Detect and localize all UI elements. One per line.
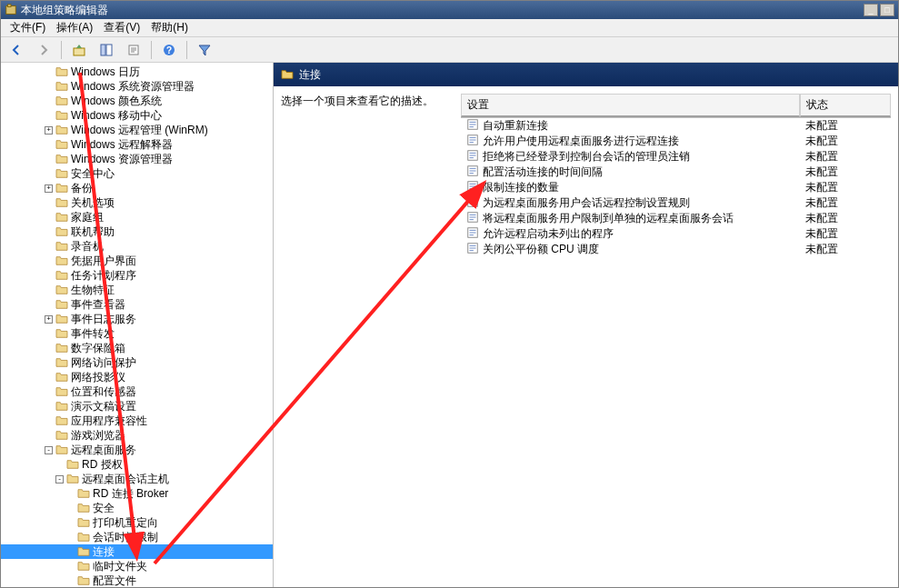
tree-node[interactable]: 临时文件夹 (1, 559, 273, 573)
expander-icon[interactable]: + (45, 184, 53, 193)
tree-node[interactable]: 生物特征 (1, 283, 273, 297)
menu-action[interactable]: 操作(A) (51, 18, 98, 37)
expander-icon[interactable]: - (55, 475, 64, 483)
tree-node[interactable]: 事件转发 (1, 326, 273, 341)
minimize-button[interactable]: _ (864, 4, 878, 16)
forward-button[interactable] (34, 40, 54, 60)
help-button[interactable]: ? (159, 40, 179, 60)
setting-row[interactable]: 关闭公平份额 CPU 调度未配置 (461, 242, 891, 257)
content-area: Windows 日历Windows 系统资源管理器Windows 颜色系统Win… (1, 63, 898, 587)
tree-node[interactable]: Windows 颜色系统 (1, 94, 273, 108)
tree-label: 会话时间限制 (93, 530, 158, 545)
toolbar-separator (61, 41, 62, 59)
tree-node[interactable]: 会话时间限制 (1, 530, 273, 544)
tree-label: 数字保险箱 (71, 341, 125, 356)
setting-row[interactable]: 允许远程启动未列出的程序未配置 (461, 226, 891, 242)
setting-state: 未配置 (800, 180, 891, 195)
tree-node[interactable]: RD 授权 (1, 457, 273, 472)
tree-label: Windows 远程解释器 (71, 137, 173, 153)
tree-node[interactable]: 配置文件 (1, 573, 273, 587)
tree-node[interactable]: 任务计划程序 (1, 268, 273, 283)
setting-name: 允许远程启动未列出的程序 (483, 226, 614, 242)
tree-node[interactable]: 位置和传感器 (1, 384, 273, 399)
tree-node[interactable]: 数字保险箱 (1, 341, 273, 355)
setting-row[interactable]: 允许用户使用远程桌面服务进行远程连接未配置 (461, 134, 891, 149)
tree-node[interactable]: -远程桌面会话主机 (1, 472, 273, 486)
setting-state: 未配置 (800, 118, 891, 134)
maximize-button[interactable]: □ (880, 4, 894, 16)
setting-name: 关闭公平份额 CPU 调度 (483, 242, 599, 257)
back-button[interactable] (6, 40, 26, 60)
setting-state: 未配置 (800, 164, 891, 180)
description-panel: 选择一个项目来查看它的描述。 (281, 94, 454, 580)
tree-label: RD 授权 (82, 457, 123, 473)
column-setting[interactable]: 设置 (461, 94, 800, 117)
tree-node[interactable]: 凭据用户界面 (1, 254, 273, 268)
setting-row[interactable]: 配置活动连接的时间间隔未配置 (461, 164, 891, 180)
tree-node[interactable]: 网络访问保护 (1, 355, 273, 370)
tree-node[interactable]: 游戏浏览器 (1, 428, 273, 443)
tree-node[interactable]: Windows 移动中心 (1, 108, 273, 123)
tree-node[interactable]: 安全中心 (1, 166, 273, 181)
tree-label: 联机帮助 (71, 224, 115, 240)
tree-label: Windows 资源管理器 (71, 152, 173, 167)
tree-node[interactable]: +备份 (1, 181, 273, 195)
tree-node[interactable]: 应用程序兼容性 (1, 414, 273, 428)
tree-node[interactable]: 关机选项 (1, 195, 273, 210)
tree-node[interactable]: 安全 (1, 501, 273, 515)
tree-label: 打印机重定向 (93, 515, 158, 531)
export-button[interactable] (124, 40, 144, 60)
svg-text:?: ? (166, 45, 172, 55)
setting-row[interactable]: 自动重新连接未配置 (461, 118, 891, 134)
tree-label: Windows 颜色系统 (71, 94, 162, 109)
setting-row[interactable]: 将远程桌面服务用户限制到单独的远程桌面服务会话未配置 (461, 211, 891, 226)
column-state[interactable]: 状态 (800, 94, 891, 117)
tree-node[interactable]: 事件查看器 (1, 297, 273, 312)
tree-node[interactable]: +Windows 远程管理 (WinRM) (1, 123, 273, 137)
tree-label: 安全中心 (71, 166, 115, 182)
show-hide-tree-button[interactable] (96, 40, 116, 60)
filter-button[interactable] (195, 40, 215, 60)
setting-icon (466, 149, 479, 164)
tree-node[interactable]: 网络投影仪 (1, 370, 273, 384)
tree-label: Windows 远程管理 (WinRM) (71, 123, 208, 138)
tree-node[interactable]: RD 连接 Broker (1, 486, 273, 501)
tree-label: 关机选项 (71, 195, 115, 211)
up-button[interactable] (69, 40, 89, 60)
setting-icon (466, 242, 479, 257)
tree-label: 远程桌面会话主机 (82, 472, 169, 487)
tree-node[interactable]: 打印机重定向 (1, 515, 273, 530)
setting-row[interactable]: 为远程桌面服务用户会话远程控制设置规则未配置 (461, 195, 891, 211)
tree-node[interactable]: 连接 (1, 544, 273, 559)
menu-help[interactable]: 帮助(H) (145, 18, 194, 37)
expander-icon[interactable]: + (45, 126, 53, 135)
menubar: 文件(F) 操作(A) 查看(V) 帮助(H) (1, 19, 898, 37)
menu-file[interactable]: 文件(F) (5, 18, 51, 37)
tree-node[interactable]: Windows 远程解释器 (1, 137, 273, 152)
setting-name: 限制连接的数量 (483, 180, 559, 195)
menu-view[interactable]: 查看(V) (98, 18, 145, 37)
tree-node[interactable]: 家庭组 (1, 210, 273, 224)
setting-name: 配置活动连接的时间间隔 (483, 164, 603, 180)
setting-row[interactable]: 限制连接的数量未配置 (461, 180, 891, 195)
tree-panel[interactable]: Windows 日历Windows 系统资源管理器Windows 颜色系统Win… (1, 63, 274, 587)
expander-icon[interactable]: + (45, 315, 53, 324)
tree-node[interactable]: Windows 系统资源管理器 (1, 79, 273, 94)
setting-row[interactable]: 拒绝将已经登录到控制台会话的管理员注销未配置 (461, 149, 891, 164)
tree-node[interactable]: -远程桌面服务 (1, 443, 273, 457)
setting-icon (466, 164, 479, 180)
tree-node[interactable]: Windows 日历 (1, 65, 273, 79)
tree-node[interactable]: 联机帮助 (1, 224, 273, 239)
tree-label: 事件查看器 (71, 297, 125, 313)
tree-node[interactable]: +事件日志服务 (1, 312, 273, 326)
tree-node[interactable]: 演示文稿设置 (1, 399, 273, 414)
tree-node[interactable]: 录音机 (1, 239, 273, 254)
tree-label: 应用程序兼容性 (71, 414, 147, 429)
tree-label: 连接 (93, 544, 115, 560)
tree-node[interactable]: Windows 资源管理器 (1, 152, 273, 166)
setting-icon (466, 118, 479, 134)
expander-icon[interactable]: - (45, 446, 53, 454)
tree-label: 位置和传感器 (71, 384, 136, 400)
tree-label: 录音机 (71, 239, 104, 254)
setting-name: 自动重新连接 (483, 118, 548, 134)
